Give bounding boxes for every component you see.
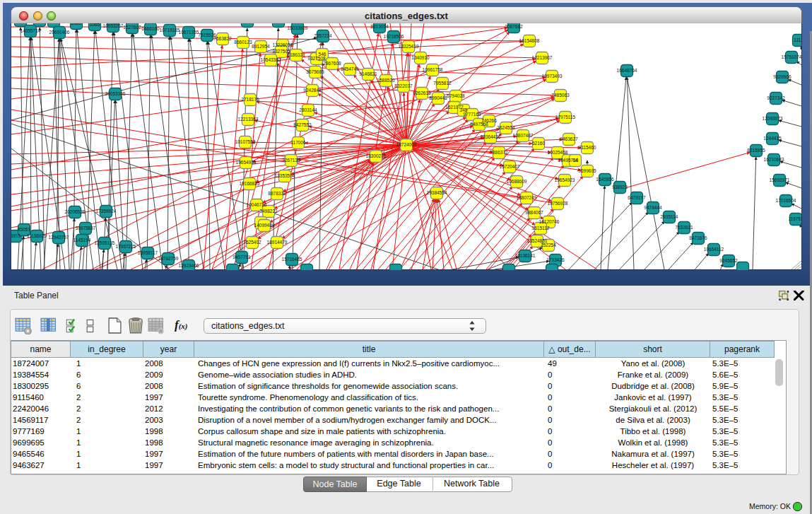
svg-text:1527602: 1527602 <box>123 25 141 30</box>
svg-text:2089: 2089 <box>71 23 82 25</box>
svg-text:8427552: 8427552 <box>293 122 312 127</box>
svg-text:17359924: 17359924 <box>96 209 117 214</box>
svg-text:9227342: 9227342 <box>767 95 785 100</box>
svg-text:14099489: 14099489 <box>254 223 275 228</box>
svg-text:14055714: 14055714 <box>20 28 41 33</box>
svg-text:16648764: 16648764 <box>617 68 637 73</box>
svg-text:9115460: 9115460 <box>579 145 596 150</box>
svg-text:1640956: 1640956 <box>596 177 614 182</box>
svg-text:7632621: 7632621 <box>675 225 693 230</box>
svg-text:16782759: 16782759 <box>158 256 179 261</box>
svg-text:19384554: 19384554 <box>427 190 447 195</box>
svg-text:117006: 117006 <box>290 140 306 145</box>
svg-text:14136141: 14136141 <box>515 253 536 258</box>
svg-text:1145194: 1145194 <box>73 238 91 243</box>
svg-text:10543382: 10543382 <box>261 57 281 62</box>
svg-text:11156829: 11156829 <box>27 233 47 238</box>
svg-text:13226058: 13226058 <box>273 42 293 47</box>
svg-text:10653267: 10653267 <box>103 23 124 28</box>
svg-text:8990448: 8990448 <box>429 95 447 100</box>
svg-text:1244415: 1244415 <box>763 136 782 141</box>
svg-text:15716485: 15716485 <box>282 257 302 262</box>
svg-text:16210643: 16210643 <box>764 157 784 162</box>
svg-text:2718176: 2718176 <box>241 97 259 102</box>
svg-text:6794028: 6794028 <box>447 93 465 98</box>
svg-text:2803144: 2803144 <box>299 107 317 112</box>
svg-text:116753: 116753 <box>788 216 801 221</box>
svg-text:7357224: 7357224 <box>314 33 332 38</box>
svg-text:8471676: 8471676 <box>689 235 707 240</box>
svg-text:19218506: 19218506 <box>384 34 404 39</box>
svg-text:9245652: 9245652 <box>719 258 738 263</box>
svg-text:252254: 252254 <box>541 243 556 247</box>
svg-text:18724007: 18724007 <box>396 142 417 147</box>
svg-text:10688609: 10688609 <box>507 179 527 184</box>
svg-text:12213363: 12213363 <box>238 117 259 122</box>
svg-text:15720407: 15720407 <box>500 164 520 169</box>
svg-text:16120746: 16120746 <box>539 219 560 224</box>
svg-text:8878332: 8878332 <box>268 191 286 196</box>
svg-text:7625402: 7625402 <box>243 240 261 245</box>
svg-text:8454749: 8454749 <box>341 66 359 71</box>
svg-text:938923: 938923 <box>612 185 628 189</box>
svg-text:7886372: 7886372 <box>490 150 508 155</box>
svg-text:16914479: 16914479 <box>267 240 288 245</box>
svg-text:10719185: 10719185 <box>160 28 180 33</box>
svg-text:8186328: 8186328 <box>287 52 305 57</box>
svg-text:12923466: 12923466 <box>179 263 199 268</box>
svg-text:10958117: 10958117 <box>138 250 158 255</box>
svg-text:7955812: 7955812 <box>433 81 452 86</box>
svg-text:1340910: 1340910 <box>411 55 430 60</box>
svg-text:20364436: 20364436 <box>481 134 501 139</box>
svg-text:8912954: 8912954 <box>252 44 270 49</box>
svg-text:3498222: 3498222 <box>259 209 278 214</box>
svg-text:17975115: 17975115 <box>555 115 576 119</box>
svg-text:9699695: 9699695 <box>578 168 596 173</box>
svg-text:9777169: 9777169 <box>463 112 481 117</box>
svg-text:8322037: 8322037 <box>394 83 413 88</box>
svg-text:64: 64 <box>572 158 578 163</box>
svg-text:9474444: 9474444 <box>644 205 662 210</box>
svg-text:16154808: 16154808 <box>519 38 540 43</box>
svg-text:19756928: 19756928 <box>548 201 568 206</box>
svg-text:9327508: 9327508 <box>307 56 326 61</box>
svg-text:1733426: 1733426 <box>546 257 565 262</box>
svg-text:19654923: 19654923 <box>555 177 575 182</box>
svg-text:18807249: 18807249 <box>517 195 537 200</box>
svg-text:7485063: 7485063 <box>551 93 570 98</box>
svg-text:9146821: 9146821 <box>359 71 377 76</box>
svg-text:7663822: 7663822 <box>213 36 232 41</box>
svg-text:9329966: 9329966 <box>773 74 792 79</box>
svg-text:15751074: 15751074 <box>782 54 801 59</box>
svg-text:17957225: 17957225 <box>116 244 136 249</box>
svg-text:8813054: 8813054 <box>370 24 389 29</box>
svg-text:9457791: 9457791 <box>233 255 251 259</box>
svg-text:8215955: 8215955 <box>747 148 765 153</box>
svg-text:1065: 1065 <box>90 23 100 27</box>
svg-text:3624554: 3624554 <box>497 125 515 130</box>
svg-text:19166825: 19166825 <box>240 181 260 186</box>
svg-text:6479197: 6479197 <box>628 195 646 200</box>
svg-text:13325419: 13325419 <box>399 44 419 49</box>
svg-text:15692971: 15692971 <box>770 177 790 182</box>
svg-text:12942757: 12942757 <box>49 235 69 240</box>
svg-text:1588520: 1588520 <box>377 78 395 83</box>
svg-text:2935114: 2935114 <box>661 214 678 219</box>
svg-text:17016504: 17016504 <box>776 198 796 203</box>
svg-text:1615112: 1615112 <box>532 226 550 230</box>
svg-text:6466160: 6466160 <box>141 26 160 31</box>
svg-text:12093873: 12093873 <box>763 116 783 121</box>
svg-text:10973493: 10973493 <box>542 74 563 78</box>
svg-text:10107552: 10107552 <box>235 139 256 144</box>
svg-text:18300275: 18300275 <box>366 153 387 158</box>
svg-text:10961758: 10961758 <box>423 67 443 72</box>
svg-text:10654112: 10654112 <box>704 247 724 252</box>
svg-text:45051: 45051 <box>18 227 30 232</box>
svg-text:62160: 62160 <box>532 141 545 146</box>
svg-text:10671355: 10671355 <box>179 30 199 35</box>
svg-text:9463627: 9463627 <box>560 136 578 141</box>
svg-text:3915: 3915 <box>11 233 21 238</box>
svg-text:20206536: 20206536 <box>65 209 86 214</box>
svg-text:3675685: 3675685 <box>306 69 324 74</box>
svg-text:10807487: 10807487 <box>513 133 534 138</box>
